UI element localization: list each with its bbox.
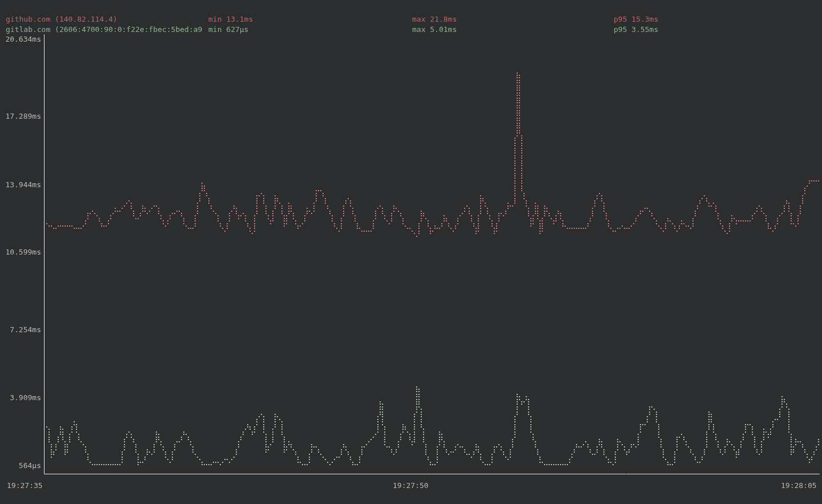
y-axis-tick-label: 3.909ms (0, 393, 41, 402)
min-value: 627µs (226, 25, 248, 34)
y-axis-tick-label: 564µs (0, 461, 41, 470)
p95-value: 3.55ms (631, 25, 658, 34)
p95-label: p95 (614, 25, 627, 34)
gitlab-max-stat: max 5.01ms (412, 25, 457, 34)
github-min-stat: min 13.1ms (208, 14, 253, 24)
min-label: min (208, 25, 221, 34)
github-p95-stat: p95 15.3ms (614, 14, 658, 24)
host-gitlab-label: gitlab.com (2606:4700:90:0:f22e:fbec:5be… (6, 25, 202, 34)
y-axis-tick-label: 20.634ms (0, 34, 41, 44)
p95-value: 15.3ms (631, 15, 658, 23)
max-label: max (412, 15, 425, 23)
x-axis-tick-start: 19:27:35 (7, 481, 43, 490)
gitlab-p95-stat: p95 3.55ms (614, 25, 658, 34)
max-label: max (412, 25, 425, 34)
min-label: min (208, 15, 221, 23)
y-axis-tick-label: 7.254ms (0, 325, 41, 334)
max-value: 5.01ms (430, 25, 457, 34)
latency-chart-canvas (0, 0, 822, 504)
y-axis-tick-label: 10.599ms (0, 247, 41, 257)
x-axis-tick-middle: 19:27:50 (393, 481, 429, 490)
github-max-stat: max 21.8ms (412, 14, 457, 24)
min-value: 13.1ms (226, 15, 253, 23)
gping-terminal-screen: github.com (140.82.114.4) min 13.1ms max… (0, 0, 822, 504)
host-github-label: github.com (140.82.114.4) (6, 14, 118, 24)
y-axis-tick-label: 17.289ms (0, 111, 41, 121)
x-axis-tick-end: 19:28:05 (781, 481, 817, 490)
max-value: 21.8ms (430, 15, 457, 23)
p95-label: p95 (614, 15, 627, 23)
gitlab-min-stat: min 627µs (208, 25, 248, 34)
y-axis-tick-label: 13.944ms (0, 180, 41, 189)
